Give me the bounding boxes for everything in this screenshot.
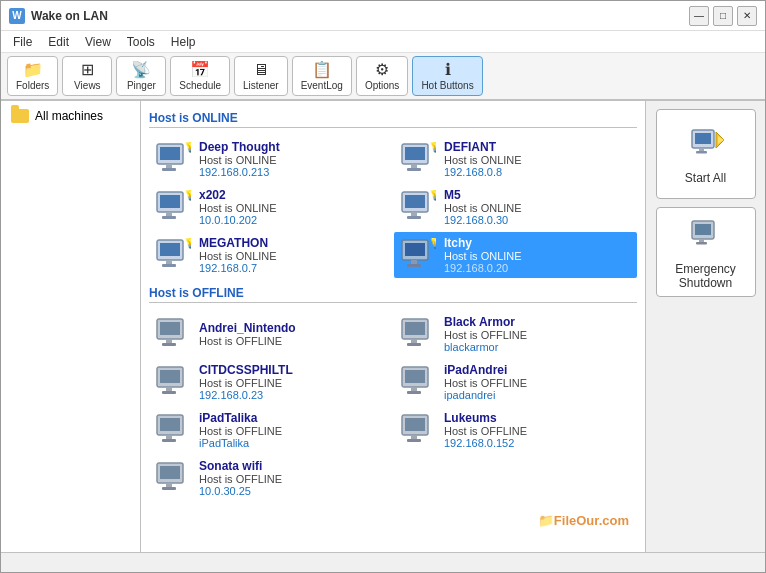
menu-bar: File Edit View Tools Help [1,31,765,53]
machine-deep-thought[interactable]: 💡 Deep Thought Host is ONLINE 192.168.0.… [149,136,392,182]
svg-rect-67 [696,242,707,245]
schedule-icon: 📅 [190,62,210,78]
machine-ipad-talika[interactable]: iPadTalika Host is OFFLINE iPadTalika [149,407,392,453]
svg-rect-13 [162,216,176,219]
app-icon: W [9,8,25,24]
svg-rect-40 [166,387,172,391]
machine-icon-ipad-talika [155,413,191,447]
machine-name-deep-thought: Deep Thought [199,140,386,154]
machine-m5[interactable]: 💡 M5 Host is ONLINE 192.168.0.30 [394,184,637,230]
views-label: Views [74,80,101,91]
machine-defiant[interactable]: 💡 DEFIANT Host is ONLINE 192.168.0.8 [394,136,637,182]
svg-rect-57 [162,487,176,490]
machine-status-itchy: Host is ONLINE [444,250,631,262]
machine-x202[interactable]: 💡 x202 Host is ONLINE 10.0.10.202 [149,184,392,230]
svg-rect-61 [696,151,707,154]
svg-rect-55 [160,466,180,479]
svg-rect-28 [407,264,421,267]
machine-status-m5: Host is ONLINE [444,202,631,214]
machine-ip-sonata: 10.0.30.25 [199,485,386,497]
svg-text:💡: 💡 [183,190,191,201]
machine-status-ipad-andrei: Host is OFFLINE [444,377,631,389]
machine-itchy[interactable]: 💡 Itchy Host is ONLINE 192.168.0.20 [394,232,637,278]
machine-citdcssphiltl[interactable]: CITDCSSPHILTL Host is OFFLINE 192.168.0.… [149,359,392,405]
svg-text:💡: 💡 [428,238,436,249]
toolbar-hotbuttons[interactable]: ℹ Hot Buttons [412,56,482,96]
maximize-button[interactable]: □ [713,6,733,26]
svg-rect-6 [405,147,425,160]
svg-rect-37 [407,343,421,346]
folder-icon [11,109,29,123]
svg-rect-7 [411,164,417,168]
emergency-shutdown-icon [688,215,724,258]
svg-rect-52 [411,435,417,439]
sidebar-item-all-machines[interactable]: All machines [5,105,136,127]
start-all-button[interactable]: Start All [656,109,756,199]
menu-help[interactable]: Help [163,33,204,51]
pinger-icon: 📡 [131,62,151,78]
toolbar-eventlog[interactable]: 📋 EventLog [292,56,352,96]
main-area: All machines Host is ONLINE 💡 [1,101,765,552]
machine-andrei-nintendo[interactable]: Andrei_Nintendo Host is OFFLINE [149,311,392,357]
toolbar-schedule[interactable]: 📅 Schedule [170,56,230,96]
toolbar-pinger[interactable]: 📡 Pinger [116,56,166,96]
machine-status-megathon: Host is ONLINE [199,250,386,262]
machine-ip-lukeums: 192.168.0.152 [444,437,631,449]
machine-sonata-wifi[interactable]: Sonata wifi Host is OFFLINE 10.0.30.25 [149,455,392,501]
svg-rect-27 [411,260,417,264]
machine-name-itchy: Itchy [444,236,631,250]
svg-rect-21 [160,243,180,256]
toolbar-listener[interactable]: 🖥 Listener [234,56,288,96]
menu-tools[interactable]: Tools [119,33,163,51]
svg-rect-11 [160,195,180,208]
menu-file[interactable]: File [5,33,40,51]
machine-status-citd: Host is OFFLINE [199,377,386,389]
machine-black-armor[interactable]: Black Armor Host is OFFLINE blackarmor [394,311,637,357]
machine-icon-citd [155,365,191,399]
machine-ip-citd: 192.168.0.23 [199,389,386,401]
menu-edit[interactable]: Edit [40,33,77,51]
machine-info-ipad-talika: iPadTalika Host is OFFLINE iPadTalika [199,411,386,449]
svg-rect-66 [699,239,704,242]
machine-info-sonata: Sonata wifi Host is OFFLINE 10.0.30.25 [199,459,386,497]
machine-name-x202: x202 [199,188,386,202]
title-bar: W Wake on LAN — □ ✕ [1,1,765,31]
machine-ipad-andrei[interactable]: iPadAndrei Host is OFFLINE ipadandrei [394,359,637,405]
right-panel: Start All Emergency Shutdown [645,101,765,552]
svg-rect-59 [695,133,711,144]
sidebar: All machines [1,101,141,552]
toolbar: 📁 Folders ⊞ Views 📡 Pinger 📅 Schedule 🖥 … [1,53,765,101]
machine-info-m5: M5 Host is ONLINE 192.168.0.30 [444,188,631,226]
machine-megathon[interactable]: 💡 MEGATHON Host is ONLINE 192.168.0.7 [149,232,392,278]
machine-name-defiant: DEFIANT [444,140,631,154]
minimize-button[interactable]: — [689,6,709,26]
svg-rect-65 [695,224,711,235]
machine-info-lukeums: Lukeums Host is OFFLINE 192.168.0.152 [444,411,631,449]
machine-ip-deep-thought: 192.168.0.213 [199,166,386,178]
machine-lukeums[interactable]: Lukeums Host is OFFLINE 192.168.0.152 [394,407,637,453]
title-bar-left: W Wake on LAN [9,8,108,24]
toolbar-views[interactable]: ⊞ Views [62,56,112,96]
machine-status-x202: Host is ONLINE [199,202,386,214]
machine-ip-ipad-talika: iPadTalika [199,437,386,449]
close-button[interactable]: ✕ [737,6,757,26]
svg-rect-23 [162,264,176,267]
machine-info-x202: x202 Host is ONLINE 10.0.10.202 [199,188,386,226]
offline-section-header: Host is OFFLINE [149,286,637,303]
machine-name-black-armor: Black Armor [444,315,631,329]
toolbar-options[interactable]: ⚙ Options [356,56,408,96]
machine-name-ipad-talika: iPadTalika [199,411,386,425]
hotbuttons-label: Hot Buttons [421,80,473,91]
main-window: W Wake on LAN — □ ✕ File Edit View Tools… [0,0,766,573]
toolbar-folders[interactable]: 📁 Folders [7,56,58,96]
machine-info-black-armor: Black Armor Host is OFFLINE blackarmor [444,315,631,353]
content-area: Host is ONLINE 💡 Deep Thought [141,101,645,552]
svg-rect-53 [407,439,421,442]
menu-view[interactable]: View [77,33,119,51]
online-machines-grid: 💡 Deep Thought Host is ONLINE 192.168.0.… [149,136,637,278]
svg-rect-36 [411,339,417,343]
machine-status-defiant: Host is ONLINE [444,154,631,166]
online-section-header: Host is ONLINE [149,111,637,128]
options-label: Options [365,80,399,91]
emergency-shutdown-button[interactable]: Emergency Shutdown [656,207,756,297]
